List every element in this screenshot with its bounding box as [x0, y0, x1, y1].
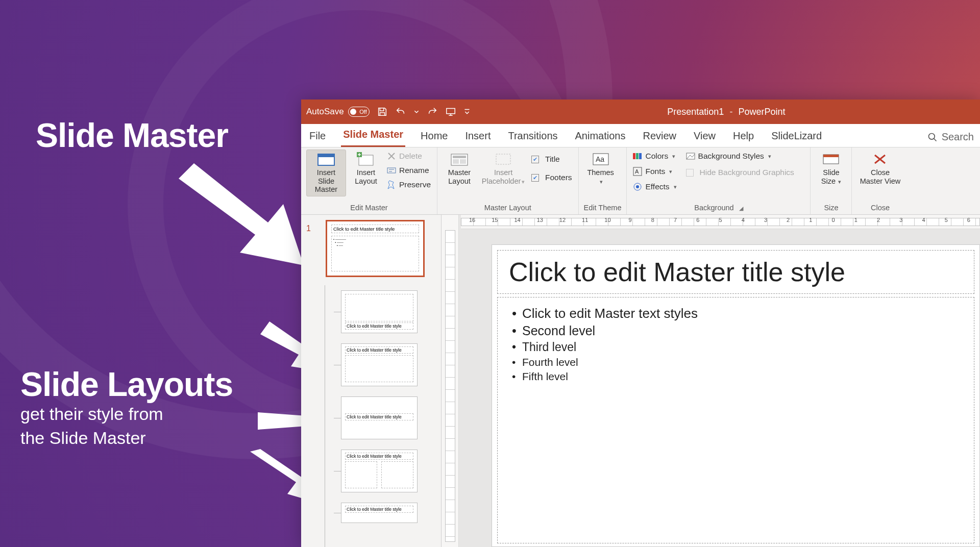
- background-styles-label: Background Styles: [698, 152, 764, 161]
- rename-button[interactable]: Rename: [386, 165, 432, 176]
- master-thumb-body: • ───── • ─── • ──: [331, 236, 419, 271]
- layout-thumb-title: Click to edit Master title style: [345, 346, 413, 354]
- body-placeholder[interactable]: Click to edit Master text styles Second …: [497, 297, 974, 543]
- footers-checkbox[interactable]: ✔ Footers: [530, 172, 573, 183]
- dialog-launcher-icon[interactable]: ◢: [739, 205, 743, 211]
- delete-button[interactable]: Delete: [386, 151, 432, 162]
- tab-slide-master[interactable]: Slide Master: [341, 123, 405, 147]
- arrow-icon: [168, 163, 311, 276]
- placeholder-icon: [494, 152, 512, 166]
- layout-thumb-title: Click to edit Master title style: [345, 322, 413, 330]
- group-label-edit-theme: Edit Theme: [584, 203, 622, 213]
- powerpoint-window: AutoSave Off Presentation1 - PowerPoint …: [301, 100, 980, 547]
- layout-thumbnails: Click to edit Master title style Click t…: [341, 290, 437, 523]
- search-input[interactable]: Search: [927, 131, 974, 147]
- annotation-master-heading: Slide Master: [36, 118, 228, 152]
- insert-slide-master-label: Insert Slide Master: [308, 168, 345, 194]
- thumbnail-panel[interactable]: 1 Click to edit Master title style • ───…: [301, 215, 442, 547]
- master-layout-button[interactable]: Master Layout: [443, 150, 476, 188]
- title-checkbox[interactable]: ✔ Title: [530, 154, 573, 165]
- themes-button[interactable]: Aa Themes▾: [584, 150, 618, 188]
- autosave-label: AutoSave: [306, 107, 344, 117]
- footers-checkbox-label: Footers: [545, 173, 572, 182]
- background-styles-button[interactable]: Background Styles▾: [685, 151, 795, 162]
- group-background: Colors▾ A Fonts▾ Effects▾ Background Sty…: [627, 147, 811, 214]
- tab-file[interactable]: File: [307, 125, 328, 147]
- title-bar: AutoSave Off Presentation1 - PowerPoint: [301, 100, 980, 124]
- layout-thumbnail[interactable]: Click to edit Master title style: [341, 450, 418, 492]
- layout-thumbnail[interactable]: Click to edit Master title style: [341, 290, 418, 333]
- group-edit-theme: Aa Themes▾ Edit Theme: [579, 147, 627, 214]
- body-lvl3: Third level: [509, 340, 963, 354]
- fonts-button[interactable]: A Fonts▾: [632, 166, 677, 177]
- insert-placeholder-button[interactable]: Insert Placeholder▾: [480, 150, 526, 188]
- toggle-switch-icon[interactable]: Off: [348, 107, 370, 117]
- svg-rect-10: [496, 154, 510, 164]
- slide-canvas[interactable]: Click to edit Master title style Click t…: [492, 244, 980, 547]
- qat-customize-icon[interactable]: [463, 106, 471, 117]
- fonts-icon: A: [633, 167, 642, 176]
- canvas-scroll[interactable]: Click to edit Master title style Click t…: [461, 229, 980, 547]
- insert-slide-master-button[interactable]: Insert Slide Master: [306, 150, 346, 196]
- layout-thumbnail[interactable]: Click to edit Master title style: [341, 343, 418, 386]
- layout-thumb-title: Click to edit Master title style: [345, 453, 413, 460]
- tab-help[interactable]: Help: [731, 125, 756, 147]
- close-master-view-button[interactable]: Close Master View: [857, 150, 903, 188]
- title-placeholder[interactable]: Click to edit Master title style: [497, 250, 974, 294]
- rename-icon: [387, 166, 396, 175]
- slide-size-button[interactable]: Slide Size ▾: [816, 150, 846, 188]
- undo-icon[interactable]: [395, 106, 406, 117]
- tab-animations[interactable]: Animations: [573, 125, 628, 147]
- vertical-ruler[interactable]: [442, 215, 459, 547]
- body-lvl4: Fourth level: [509, 356, 963, 368]
- svg-text:Aa: Aa: [596, 155, 604, 163]
- group-edit-master: Insert Slide Master Insert Layout Delete…: [301, 147, 437, 214]
- autosave-toggle[interactable]: AutoSave Off: [306, 107, 370, 117]
- master-thumbnail[interactable]: Click to edit Master title style • ─────…: [326, 220, 425, 277]
- tab-review[interactable]: Review: [641, 125, 678, 147]
- title-checkbox-label: Title: [545, 155, 560, 164]
- delete-icon: [387, 152, 396, 161]
- group-close: Close Master View Close: [852, 147, 908, 214]
- preserve-button[interactable]: Preserve: [386, 179, 432, 190]
- annotation-layouts: Slide Layouts get their style from the S…: [20, 367, 233, 449]
- svg-text:A: A: [635, 168, 639, 175]
- horizontal-ruler[interactable]: 161514131211109876543210123456: [461, 215, 980, 229]
- layout-thumbnail[interactable]: Click to edit Master title style: [341, 396, 418, 439]
- redo-icon[interactable]: [427, 106, 438, 117]
- ribbon-tabs: File Slide Master Home Insert Transition…: [301, 124, 980, 147]
- ruler-numbers: 161514131211109876543210123456: [461, 217, 980, 223]
- undo-dropdown-icon[interactable]: [413, 106, 420, 117]
- layout-thumbnail[interactable]: Click to edit Master title style: [341, 503, 418, 523]
- themes-icon: Aa: [592, 152, 610, 166]
- tab-view[interactable]: View: [692, 125, 718, 147]
- slideshow-icon[interactable]: [445, 106, 456, 117]
- save-icon[interactable]: [377, 106, 388, 117]
- tab-insert[interactable]: Insert: [463, 125, 493, 147]
- group-label-edit-master: Edit Master: [306, 203, 432, 213]
- colors-label: Colors: [645, 152, 668, 161]
- svg-rect-8: [453, 159, 459, 164]
- workspace: 1 Click to edit Master title style • ───…: [301, 215, 980, 547]
- colors-icon: [633, 152, 642, 161]
- slide-master-icon: [317, 152, 335, 166]
- rename-label: Rename: [399, 166, 429, 175]
- tab-slidelizard[interactable]: SlideLizard: [769, 125, 824, 147]
- search-placeholder: Search: [942, 131, 974, 143]
- master-thumb-title: Click to edit Master title style: [331, 225, 419, 233]
- checkbox-checked-icon: ✔: [531, 156, 539, 163]
- hide-background-checkbox[interactable]: Hide Background Graphics: [685, 167, 795, 178]
- svg-rect-14: [636, 153, 639, 159]
- group-label-size: Size: [816, 203, 846, 213]
- slide-size-icon: [822, 152, 840, 166]
- colors-button[interactable]: Colors▾: [632, 151, 677, 162]
- tab-home[interactable]: Home: [419, 125, 450, 147]
- master-layout-label: Master Layout: [444, 168, 475, 185]
- annotation-layouts-sub1: get their style from: [20, 403, 233, 425]
- insert-layout-button[interactable]: Insert Layout: [350, 150, 382, 188]
- effects-button[interactable]: Effects▾: [632, 181, 677, 192]
- preserve-label: Preserve: [399, 180, 431, 189]
- delete-label: Delete: [399, 152, 422, 161]
- tab-transitions[interactable]: Transitions: [506, 125, 559, 147]
- close-icon: [871, 152, 889, 166]
